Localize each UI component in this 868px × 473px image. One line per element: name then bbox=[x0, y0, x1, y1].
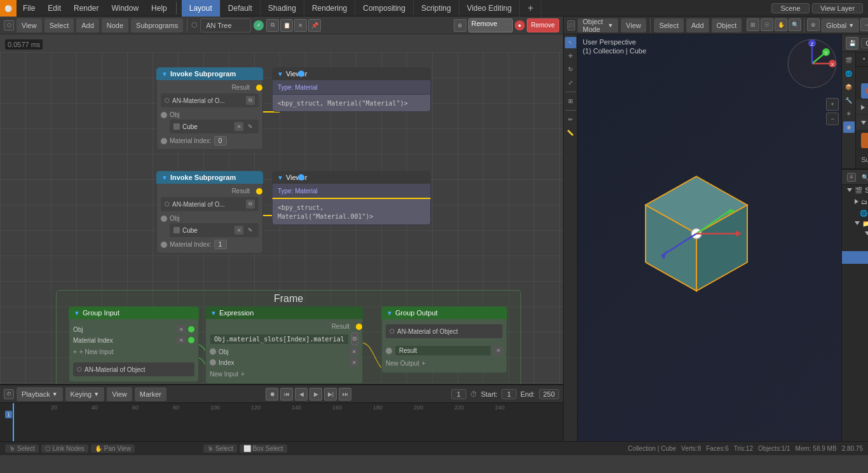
timeline-marker-btn[interactable]: Marker bbox=[135, 387, 166, 401]
timeline-view-btn[interactable]: View bbox=[107, 387, 132, 401]
object-mode-btn[interactable]: Object Mode ▼ bbox=[578, 18, 618, 32]
group-output-header[interactable]: ▼ Group Output bbox=[381, 306, 507, 319]
node-menu-btn[interactable]: Node bbox=[102, 18, 128, 32]
invoke2-matindex-val[interactable]: 1 bbox=[214, 240, 227, 249]
viewport-icon3[interactable]: ✋ bbox=[775, 18, 787, 31]
blender-icon[interactable]: ⚪ bbox=[0, 0, 17, 17]
keying-dropdown[interactable]: Keying ▼ bbox=[65, 387, 105, 401]
invoke-node-2-header[interactable]: ▼ Invoke Subprogram bbox=[156, 171, 263, 184]
tool-move-icon[interactable]: ✛ bbox=[565, 50, 576, 62]
paste-icon[interactable]: 📋 bbox=[280, 19, 293, 32]
expr-newinput-label[interactable]: New Input bbox=[210, 371, 238, 378]
end-frame[interactable]: 250 bbox=[539, 389, 559, 399]
menu-edit[interactable]: Edit bbox=[41, 0, 67, 16]
subprograms-menu-btn[interactable]: Subprograms bbox=[131, 18, 183, 32]
props-material-icon[interactable]: ◉ bbox=[843, 121, 855, 133]
material-sphere-icon[interactable]: ⚬ bbox=[860, 55, 868, 64]
editor-type-icon[interactable]: ⬡ bbox=[4, 20, 14, 31]
tool-select-icon[interactable]: ↖ bbox=[565, 37, 576, 48]
preview-section-header[interactable]: Preview bbox=[856, 100, 868, 115]
props-modifier-icon[interactable]: 🔧 bbox=[843, 95, 855, 106]
next-frame-btn[interactable]: ▶| bbox=[324, 388, 337, 401]
viewport-icon4[interactable]: 🔍 bbox=[789, 18, 801, 31]
invoke1-cube-edit[interactable]: ✎ bbox=[246, 122, 255, 131]
surface-section-header[interactable]: Surface bbox=[856, 115, 868, 130]
material-item-active[interactable]: Material.001 bbox=[861, 83, 868, 99]
properties-save-icon[interactable]: 💾 bbox=[846, 37, 858, 50]
view-menu-btn[interactable]: View bbox=[17, 18, 42, 32]
start-frame[interactable]: 1 bbox=[501, 389, 517, 399]
jump-start-btn[interactable]: ⏮ bbox=[280, 388, 293, 401]
outliner-item-cube[interactable]: ⬛ Cube 👁 🎬 bbox=[842, 251, 868, 264]
expression-header[interactable]: ▼ Expression bbox=[205, 306, 363, 319]
tool-transform-icon[interactable]: ⊞ bbox=[565, 95, 576, 107]
viewport-zoom-out[interactable]: − bbox=[826, 113, 839, 125]
expr-index-x[interactable]: ✕ bbox=[349, 358, 358, 367]
jump-end-btn[interactable]: ⏭ bbox=[339, 388, 351, 401]
outliner-type-icon[interactable]: ≡ bbox=[847, 173, 856, 182]
expr-obj-x[interactable]: ✕ bbox=[349, 347, 358, 356]
timeline-type-icon[interactable]: ⏱ bbox=[4, 389, 14, 399]
global-btn[interactable]: Global ▼ bbox=[821, 18, 859, 32]
viewport-icon5[interactable]: ⊕ bbox=[807, 18, 820, 31]
menu-help[interactable]: Help bbox=[145, 0, 173, 16]
viewer2-header[interactable]: ▼ Viewer bbox=[272, 171, 431, 184]
transform-icon1[interactable]: ↔ bbox=[860, 18, 868, 31]
copy-icon[interactable]: ⧉ bbox=[266, 19, 279, 32]
tab-compositing[interactable]: Compositing bbox=[355, 0, 414, 17]
expression-node[interactable]: ▼ Expression Result Obj.material_slots[I… bbox=[205, 306, 363, 384]
go-newoutput-label[interactable]: New Output bbox=[386, 360, 419, 367]
invoke1-cube-x[interactable]: ✕ bbox=[234, 122, 243, 131]
playback-dropdown[interactable]: Playback ▼ bbox=[17, 387, 63, 401]
record-btn[interactable]: ⏺ bbox=[266, 388, 278, 401]
scene-selector[interactable]: Scene bbox=[771, 3, 810, 13]
menu-render[interactable]: Render bbox=[67, 0, 105, 16]
viewport-type-icon[interactable]: 🎥 bbox=[567, 20, 575, 31]
viewer1-header[interactable]: ▼ Viewer bbox=[272, 67, 431, 80]
viewport-icon1[interactable]: ⊞ bbox=[747, 18, 759, 31]
tool-measure-icon[interactable]: 📏 bbox=[565, 127, 576, 139]
remove-btn[interactable]: Remove bbox=[527, 18, 559, 32]
invoke-node-2[interactable]: ▼ Invoke Subprogram Result ⬡ AN-Material… bbox=[156, 171, 263, 254]
cube-name-field[interactable]: Cube bbox=[861, 38, 868, 48]
props-scene-icon[interactable]: 🎬 bbox=[843, 55, 855, 66]
invoke-node-1-header[interactable]: ▼ Invoke Subprogram bbox=[156, 67, 263, 80]
tab-shading[interactable]: Shading bbox=[261, 0, 304, 17]
outliner-item-camera[interactable]: 📷 Camera 👁 🎬 bbox=[842, 238, 868, 251]
menu-window[interactable]: Window bbox=[105, 0, 145, 16]
play-btn[interactable]: ▶ bbox=[309, 388, 322, 401]
add-menu-btn[interactable]: Add bbox=[76, 18, 99, 32]
viewer-node-1[interactable]: ▼ Viewer Type: Material <bpy_struct, Mat… bbox=[272, 67, 431, 112]
viewport-view-btn[interactable]: View bbox=[621, 18, 646, 32]
group-input-node[interactable]: ▼ Group Input Obj ✕ Material Index ✕ bbox=[69, 306, 199, 382]
snap-dropdown[interactable]: Remove bbox=[468, 18, 513, 32]
invoke2-expand[interactable]: ⧉ bbox=[246, 200, 255, 209]
select-menu-btn[interactable]: Select bbox=[44, 18, 74, 32]
invoke1-expand[interactable]: ⧉ bbox=[246, 96, 255, 105]
invoke2-cube-edit[interactable]: ✎ bbox=[246, 226, 255, 235]
tool-scale-icon[interactable]: ⤢ bbox=[565, 77, 576, 88]
viewport-3d[interactable]: User Perspective (1) Collection | Cube X bbox=[578, 34, 841, 441]
timeline-ruler[interactable]: 20 40 60 80 100 120 140 160 180 200 220 … bbox=[0, 403, 563, 441]
outliner-item-scene[interactable]: 🎬 Scene bbox=[842, 185, 868, 195]
tab-rendering[interactable]: Rendering bbox=[304, 0, 355, 17]
viewport-zoom-in[interactable]: + bbox=[826, 98, 839, 111]
node-editor-container[interactable]: 0.0577 ms ▼ bbox=[0, 34, 563, 384]
tab-add[interactable]: + bbox=[520, 0, 541, 17]
outliner-item-world[interactable]: 🌐 World bbox=[842, 208, 868, 218]
expression-value[interactable]: Obj.material_slots[Index].material bbox=[210, 334, 349, 345]
props-world-icon[interactable]: 🌐 bbox=[843, 68, 855, 79]
props-object-icon[interactable]: 📦 bbox=[843, 81, 855, 93]
menu-file[interactable]: File bbox=[17, 0, 41, 16]
tab-default[interactable]: Default bbox=[220, 0, 261, 17]
viewport-select-btn[interactable]: Select bbox=[654, 18, 684, 32]
view-layer-selector[interactable]: View Layer bbox=[812, 3, 863, 13]
outliner-item-scene-collection[interactable]: 📁 Scene Collection bbox=[842, 218, 868, 228]
group-output-node[interactable]: ▼ Group Output ⬡ AN-Material of Object R… bbox=[381, 306, 507, 373]
nav-gizmo[interactable]: X Y Z bbox=[787, 38, 837, 89]
tree-selector[interactable]: AN Tree bbox=[200, 18, 251, 32]
snap-icon[interactable]: ⊕ bbox=[454, 19, 466, 32]
outliner-search-icon[interactable]: 🔍 bbox=[860, 172, 868, 182]
viewport-object-btn[interactable]: Object bbox=[712, 18, 742, 32]
outliner-item-view-layers[interactable]: 🗂 View Layers 📋 bbox=[842, 195, 868, 208]
